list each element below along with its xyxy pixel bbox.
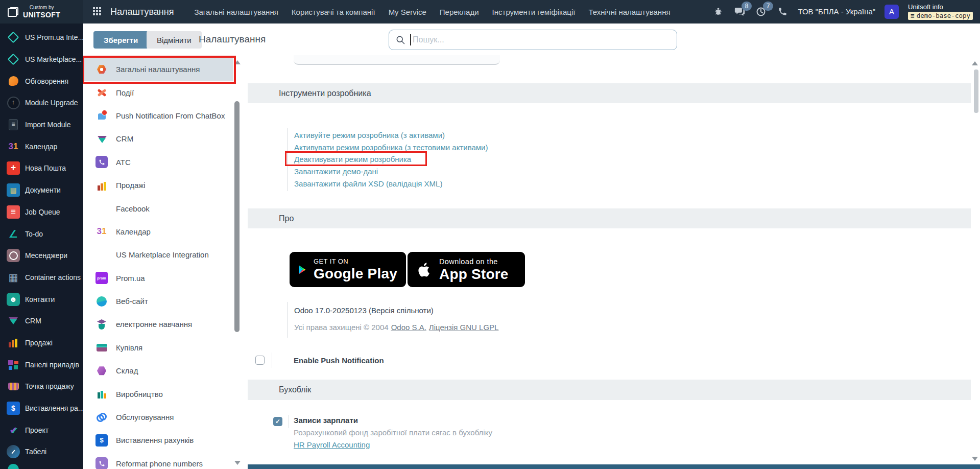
dev-link-load-xsd[interactable]: Завантажити файли XSD (валідація XML) [294,178,488,190]
sidebar-scroll-down-arrow[interactable] [234,461,241,465]
settings-section-inventory[interactable]: Склад [83,359,241,382]
app-item-crm[interactable]: CRM [0,310,83,332]
graduation-icon [95,318,108,331]
app-item-calendar[interactable]: Календар [0,135,83,157]
blocks-icon [7,358,20,371]
menu-general-settings[interactable]: Загальні налаштування [194,8,278,16]
apple-icon [416,260,433,279]
settings-section-crm[interactable]: CRM [83,127,241,150]
app-item-invoicing[interactable]: Виставлення ра... [0,397,83,419]
app-item-module-upgrade[interactable]: Module Upgrade [0,92,83,114]
settings-section-push-notification[interactable]: Push Notification From ChatBox [83,104,241,127]
settings-section-purchase[interactable]: Купівля [83,336,241,359]
section-header-about: Про [248,208,971,228]
section-header-accounting: Бухоблік [248,380,971,400]
app-item-us-prom[interactable]: US Prom.ua Inte... [0,27,83,49]
app-item-contacts[interactable]: Контакти [0,288,83,310]
menu-gamification-tools[interactable]: Інструменти геміфікації [492,8,576,16]
app-item-documents[interactable]: Документи [0,179,83,201]
settings-section-invoicing[interactable]: Виставлення рахунків [83,429,241,452]
menu-users-companies[interactable]: Користувачі та компанії [292,8,375,16]
menu-my-service[interactable]: My Service [389,8,426,16]
dev-link-deactivate[interactable]: Деактивувати режим розробника [294,153,488,166]
apps-grid-icon[interactable] [91,5,104,18]
bug-icon[interactable] [712,6,724,18]
app-label: Документи [25,186,61,194]
app-label: Контакти [25,295,55,303]
content-scroll-up-arrow[interactable] [972,61,978,65]
app-label: Job Queue [25,208,60,216]
phone-icon [95,457,108,469]
settings-toolbar: Зберегти Відмінити Налаштування [83,24,980,55]
app-item-messengers[interactable]: Месенджери [0,245,83,267]
app-item-job-queue[interactable]: Job Queue [0,201,83,223]
app-label: Import Module [25,121,70,129]
hr-payroll-accounting-link[interactable]: HR Payroll Accounting [294,440,370,449]
dev-link-activate-test-assets[interactable]: Активувати режим розробника (з тестовими… [294,142,488,154]
app-item-todo[interactable]: To-do [0,223,83,245]
unitsoft-logo[interactable]: Custom by UNITSOFT [0,0,83,24]
section-label: Загальні налаштування [116,65,200,74]
badge-line2: App Store [439,267,509,282]
menu-technical-settings[interactable]: Технічні налаштування [588,8,670,16]
dev-link-load-demo[interactable]: Завантажити демо-дані [294,166,488,178]
messages-icon[interactable]: 8 [733,6,746,18]
current-app-title[interactable]: Налаштування [110,7,174,17]
settings-section-general[interactable]: Загальні налаштування [83,58,233,81]
content-scrollbar-thumb[interactable] [974,69,978,113]
discard-button[interactable]: Відмінити [147,31,202,49]
save-button[interactable]: Зберегти [93,31,148,49]
sidebar-scrollbar-thumb[interactable] [234,101,240,332]
gnu-lgpl-link[interactable]: Ліцензія GNU LGPL [429,323,499,332]
payroll-label: Записи зарплати [294,416,358,425]
app-item-project[interactable]: Проект [0,419,83,441]
app-item-container-actions[interactable]: Container actions [0,267,83,289]
settings-section-reformat-phones[interactable]: Reformat phone numbers [83,452,241,469]
app-label: Container actions [25,273,81,282]
settings-section-calendar[interactable]: Календар [83,220,241,243]
settings-section-prom-ua[interactable]: Prom.ua [83,267,241,290]
settings-section-sales[interactable]: Продажі [83,174,241,197]
settings-section-elearning[interactable]: електронне навчання [83,313,241,336]
push-notification-checkbox[interactable] [255,356,265,365]
ribbons-x-icon [95,86,108,99]
awning-icon [7,380,20,393]
app-item-dashboards[interactable]: Панелі приладів [0,354,83,376]
app-item-sales[interactable]: Продажі [0,332,83,354]
app-item-us-marketplace[interactable]: US Marketplace... [0,49,83,71]
settings-section-manufacturing[interactable]: Виробництво [83,382,241,405]
settings-section-events[interactable]: Події [83,81,241,104]
payroll-checkbox[interactable] [273,417,282,426]
settings-section-maintenance[interactable]: Обслуговування [83,406,241,429]
app-label: Точка продажу [25,382,74,390]
app-item-import-module[interactable]: Import Module [0,114,83,136]
logo-line2: UNITSOFT [23,11,60,19]
search-box[interactable] [389,30,677,50]
app-item-discuss[interactable]: Обговорення [0,70,83,92]
company-name[interactable]: ТОВ "БПЛА - Україна" [798,7,875,16]
app-item-pos[interactable]: Точка продажу [0,376,83,397]
menu-translations[interactable]: Переклади [440,8,479,16]
app-store-badge[interactable]: Download on the App Store [408,252,525,287]
upgrade-circle-icon [7,96,20,109]
app-label: Продажі [25,339,53,347]
settings-section-website[interactable]: Веб-сайт [83,290,241,313]
app-item-timesheets[interactable]: Табелі [0,441,83,463]
settings-section-atc[interactable]: АТС [83,151,241,174]
play-triangle-icon [298,261,307,278]
logo-line1: Custom by [30,5,54,11]
google-play-badge[interactable]: GET IT ON Google Play [290,252,406,287]
user-info-label: Unitsoft info [908,4,973,11]
app-item-nova-poshta[interactable]: Нова Пошта [0,157,83,179]
user-avatar[interactable]: A [885,5,899,19]
odoo-sa-link[interactable]: Odoo S.A. [391,323,426,332]
dev-link-activate-assets[interactable]: Активуйте режим розробника (з активами) [294,129,488,142]
database-badge[interactable]: demo-base-copy [908,12,973,20]
content-scroll-down-arrow[interactable] [972,457,978,461]
activities-clock-icon[interactable]: 7 [755,6,767,18]
sidebar-scroll-up-arrow[interactable] [234,60,241,64]
settings-section-facebook[interactable]: Facebook [83,197,241,220]
settings-section-us-marketplace[interactable]: US Marketplace Integration [83,243,241,266]
search-input[interactable] [413,35,671,44]
phone-icon[interactable] [776,6,788,18]
